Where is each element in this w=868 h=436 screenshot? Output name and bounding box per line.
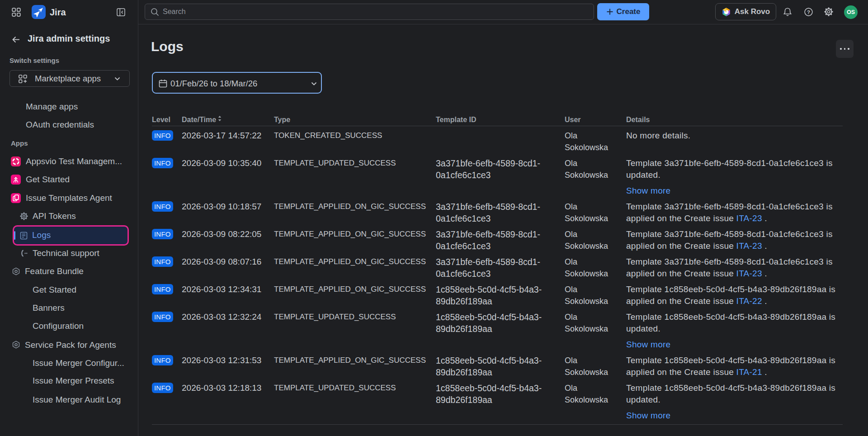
svg-text:?: ? (807, 9, 810, 15)
